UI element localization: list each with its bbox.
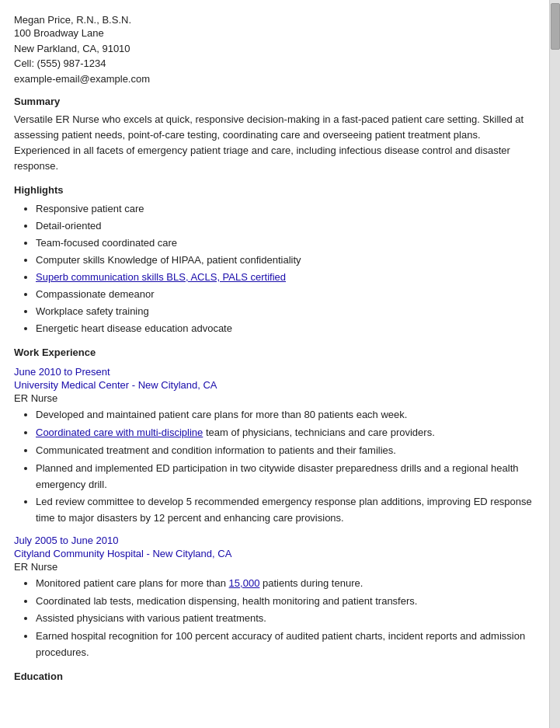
list-item: Energetic heart disease education advoca… [36,320,534,337]
scrollbar-thumb[interactable] [551,3,560,50]
job-1: June 2010 to Present University Medical … [14,366,534,527]
list-item: Compassionate demeanor [36,286,534,303]
summary-text: Versatile ER Nurse who excels at quick, … [14,112,534,175]
cell: Cell: (555) 987-1234 [14,56,534,71]
address1: 100 Broadway Lane [14,26,534,41]
list-item: Coordinated lab tests, medication dispen… [36,594,534,610]
page-wrapper: Megan Price, R.N., B.S.N. 100 Broadway L… [0,0,560,728]
job-2: July 2005 to June 2010 Cityland Communit… [14,535,534,661]
list-item: Workplace safety training [36,303,534,320]
address2: New Parkland, CA, 91010 [14,41,534,57]
list-item: Developed and maintained patient care pl… [36,407,534,423]
job-2-bullets: Monitored patient care plans for more th… [14,576,534,661]
work-experience-title: Work Experience [14,347,534,358]
name-block: Megan Price, R.N., B.S.N. 100 Broadway L… [14,14,534,86]
scrollbar[interactable] [549,0,560,728]
highlights-list: Responsive patient care Detail-oriented … [14,200,534,338]
job-1-company: University Medical Center - New Cityland… [14,379,534,391]
name: Megan Price, R.N., B.S.N. [14,14,534,26]
job-2-company: Cityland Community Hospital - New Cityla… [14,548,534,559]
email: example-email@example.com [14,71,534,87]
list-item: Computer skills Knowledge of HIPAA, pati… [36,252,534,269]
list-item: Coordinated care with multi-discipline t… [36,425,534,441]
list-item: Planned and implemented ED participation… [36,461,534,493]
job-2-title: ER Nurse [14,561,534,573]
list-item: Monitored patient care plans for more th… [36,576,534,592]
job-1-title: ER Nurse [14,392,534,404]
job-2-dates: July 2005 to June 2010 [14,535,534,546]
list-item: Superb communication skills BLS, ACLS, P… [36,269,534,286]
list-item: Team-focused coordinated care [36,235,534,252]
job-1-dates: June 2010 to Present [14,366,534,378]
list-item: Responsive patient care [36,200,534,218]
list-item: Communicated treatment and condition inf… [36,443,534,459]
job-1-bullets: Developed and maintained patient care pl… [14,407,534,527]
list-item: Earned hospital recognition for 100 perc… [36,629,534,661]
list-item: Assisted physicians with various patient… [36,611,534,627]
list-item: Led review committee to develop 5 recomm… [36,494,534,527]
resume-content: Megan Price, R.N., B.S.N. 100 Broadway L… [0,0,549,728]
highlights-title: Highlights [14,184,534,196]
education-title: Education [14,671,534,682]
list-item: Detail-oriented [36,218,534,235]
summary-title: Summary [14,96,534,107]
